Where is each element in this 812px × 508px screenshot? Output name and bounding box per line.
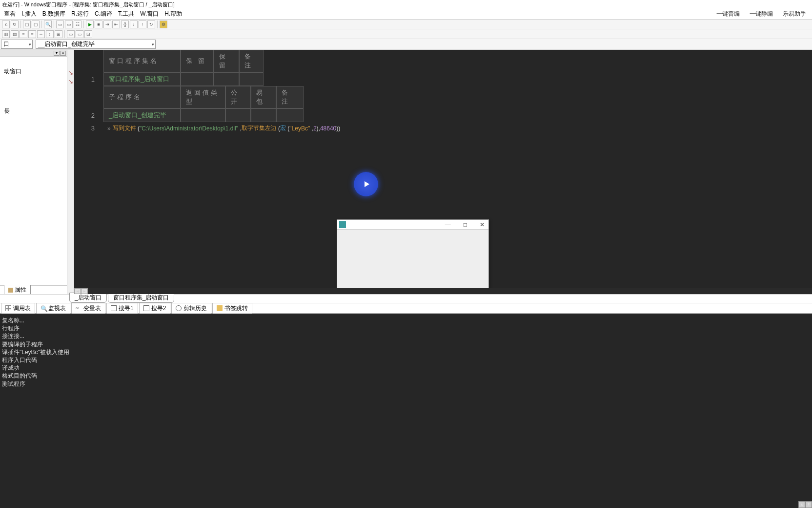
align-6[interactable]: ↕: [46, 30, 54, 38]
menu-right-2[interactable]: 一键静编: [750, 10, 773, 18]
line-num: [74, 50, 103, 72]
toolbar-align: ▥ ▤ ≡ ≡ ↔ ↕ ⊞ ▭ ▭ ⊡: [0, 29, 812, 39]
folder-icon: [217, 305, 223, 311]
tb-btn-14[interactable]: ↻: [147, 21, 155, 28]
align-7[interactable]: ⊞: [55, 30, 62, 38]
console-line: 程序入口代码: [2, 356, 810, 364]
cell-assembly-name[interactable]: 窗口程序集_启动窗口: [103, 72, 181, 86]
align-3[interactable]: ≡: [20, 30, 27, 38]
cell-empty[interactable]: [239, 72, 264, 86]
align-1[interactable]: ▥: [2, 30, 10, 38]
menu-insert[interactable]: I.插入: [19, 9, 40, 19]
editor-hscroll[interactable]: ◄ ►: [74, 288, 812, 294]
doc-tab-assembly[interactable]: 窗口程序集_启动窗口: [108, 293, 175, 303]
runtime-form-window[interactable]: — □ ✕: [337, 219, 489, 294]
dropdown-proc[interactable]: __启动窗口_创建完毕: [36, 40, 156, 49]
scroll-right-icon[interactable]: ►: [81, 288, 88, 294]
properties-icon: [8, 288, 13, 293]
menu-run[interactable]: R.运行: [68, 9, 92, 19]
child-minimize-icon[interactable]: —: [443, 221, 453, 228]
code-line-3[interactable]: » 写到文件 ( "C:\Users\Administrator\Desktop…: [103, 122, 344, 134]
cell-empty[interactable]: [181, 72, 214, 86]
sidebar-pin-icon[interactable]: ▾: [54, 51, 60, 56]
col-header-res1: 保 留: [181, 50, 214, 72]
tab-search1[interactable]: 搜寻1: [106, 303, 138, 314]
code-editor[interactable]: 窗口程序集名 保 留 保 留 备 注 1 窗口程序集_启动窗口 子程序名 返回值…: [74, 50, 812, 294]
tab-bookmarks[interactable]: 书签跳转: [212, 303, 252, 314]
cell-empty[interactable]: [225, 108, 251, 122]
output-console[interactable]: 复名称... 行程序 接连接... 要编译的子程序 译插件"LeyBc"被载入使…: [0, 314, 812, 508]
menu-window[interactable]: W.窗口: [137, 9, 162, 19]
console-line: 译插件"LeyBc"被载入使用: [2, 348, 810, 356]
dropdown-scope[interactable]: 口: [1, 40, 33, 49]
console-scroll-right-icon[interactable]: ⬍: [805, 501, 812, 508]
tab-vars[interactable]: ∞变量表: [71, 303, 105, 314]
tb-btn-11[interactable]: {}: [121, 21, 129, 28]
child-titlebar[interactable]: — □ ✕: [337, 220, 488, 230]
tb-btn-7[interactable]: ▭: [65, 21, 73, 28]
grid-icon: [5, 305, 11, 311]
dropdown-bar: 口 __启动窗口_创建完毕: [0, 39, 812, 50]
tb-btn-2[interactable]: ↻: [11, 21, 19, 28]
console-line: 译成功: [2, 364, 810, 372]
sidebar-close-icon[interactable]: ×: [60, 51, 66, 56]
col-header-rettype: 返回值类型: [181, 86, 225, 108]
cell-empty[interactable]: [181, 108, 225, 122]
tab-calltable[interactable]: 调用表: [1, 303, 35, 314]
tb-btn-8[interactable]: ☷: [74, 21, 81, 28]
tab-search2[interactable]: 搜寻2: [139, 303, 171, 314]
menu-help[interactable]: H.帮助: [162, 9, 185, 19]
tab-cliphistory[interactable]: 剪辑历史: [171, 303, 211, 314]
tb-btn-15[interactable]: ⚙: [160, 21, 167, 28]
menu-tools[interactable]: T.工具: [115, 9, 137, 19]
menu-right-3[interactable]: 乐易助手: [783, 10, 806, 18]
align-2[interactable]: ▤: [11, 30, 19, 38]
tb-stop-icon[interactable]: ■: [95, 21, 102, 28]
console-line: 行程序: [2, 324, 810, 332]
col-header-note: 备 注: [239, 50, 264, 72]
play-overlay-icon[interactable]: [354, 172, 378, 196]
tb-btn-1[interactable]: ⎌: [2, 21, 10, 28]
tree-item-window[interactable]: 动窗口: [2, 66, 65, 77]
tb-btn-12[interactable]: ↓: [130, 21, 138, 28]
col-header-name: 窗口程序集名: [103, 50, 181, 72]
tb-btn-5[interactable]: 🔍: [44, 21, 52, 28]
cell-empty[interactable]: [214, 72, 239, 86]
scroll-left-icon[interactable]: ◄: [74, 288, 81, 294]
tb-btn-10[interactable]: ⇤: [112, 21, 120, 28]
align-4[interactable]: ≡: [28, 30, 36, 38]
menu-database[interactable]: B.数据库: [40, 9, 68, 19]
line-num-3: 3: [74, 122, 103, 134]
child-close-icon[interactable]: ✕: [478, 221, 487, 228]
tb-sep: [83, 21, 84, 28]
sidebar-header: ▾ ×: [0, 50, 67, 57]
tab-watch[interactable]: 🔍监视表: [36, 303, 70, 314]
chain-icon: ∞: [76, 305, 81, 311]
col-header-note2: 备 注: [276, 86, 304, 108]
tb-btn-4[interactable]: ▢: [32, 21, 40, 28]
tree-item-2[interactable]: 長: [2, 106, 65, 116]
tb-btn-9[interactable]: ⇥: [103, 21, 111, 28]
align-5[interactable]: ↔: [37, 30, 45, 38]
cell-empty[interactable]: [251, 108, 276, 122]
col-header-ypkg: 易包: [251, 86, 276, 108]
toolbar-main: ⎌ ↻ ▢ ▢ 🔍 ▭ ▭ ☷ ▶ ■ ⇥ ⇤ {} ↓ ↑ ↻ ⚙: [0, 20, 812, 29]
tb-btn-13[interactable]: ↑: [139, 21, 146, 28]
tb-sep: [157, 21, 158, 28]
menu-compile[interactable]: C.编译: [92, 9, 115, 19]
tb-run-icon[interactable]: ▶: [86, 21, 94, 28]
menu-view[interactable]: 查看: [1, 9, 19, 19]
tb-btn-6[interactable]: ▭: [56, 21, 64, 28]
cell-empty[interactable]: [276, 108, 304, 122]
console-scroll-up-icon[interactable]: ▲: [798, 501, 805, 508]
tb-btn-3[interactable]: ▢: [23, 21, 31, 28]
align-9[interactable]: ▭: [76, 30, 83, 38]
doc-tab-startwindow[interactable]: _启动窗口: [69, 293, 107, 303]
align-10[interactable]: ⊡: [84, 30, 92, 38]
align-8[interactable]: ▭: [67, 30, 75, 38]
cell-sub-name[interactable]: _启动窗口_创建完毕: [103, 108, 181, 122]
sidebar-tab-properties[interactable]: 属性: [4, 285, 31, 295]
menu-right-1[interactable]: 一键普编: [716, 10, 740, 18]
left-sidebar: ▾ × 动窗口 長 属性: [0, 50, 67, 294]
child-maximize-icon[interactable]: □: [462, 221, 469, 228]
